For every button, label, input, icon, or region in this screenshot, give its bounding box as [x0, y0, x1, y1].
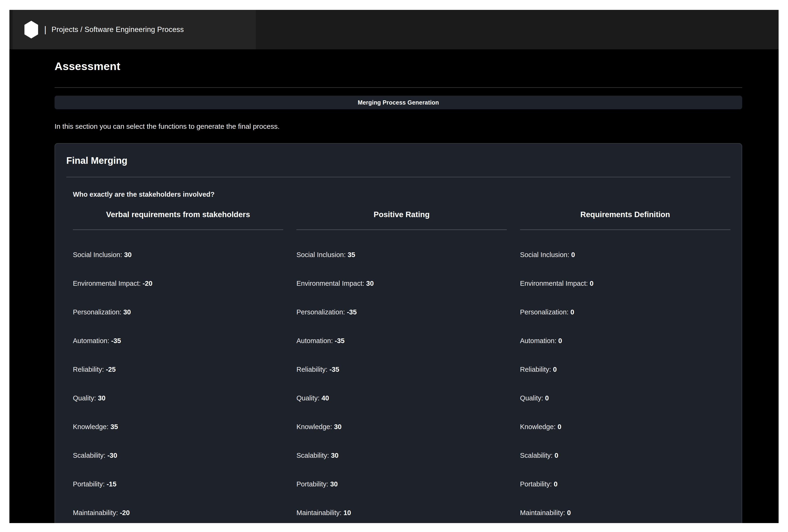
metric-value: 0: [571, 251, 575, 259]
columns: Verbal requirements from stakeholders So…: [73, 210, 730, 517]
metric-column: Positive Rating Social Inclusion: 35Envi…: [296, 210, 507, 517]
column-divider: [296, 229, 507, 230]
metric-value: -30: [107, 452, 117, 459]
metric-value: 35: [348, 251, 355, 259]
metric-label: Environmental Impact:: [520, 280, 590, 287]
metric-value: -35: [329, 366, 339, 373]
metric-row: Personalization: 30: [73, 308, 283, 316]
metric-row: Maintainability: 0: [520, 509, 730, 517]
metric-label: Scalability:: [520, 452, 555, 459]
metric-row: Maintainability: -20: [73, 509, 283, 517]
metric-row: Portability: 30: [296, 480, 507, 488]
metric-value: 0: [554, 480, 557, 488]
metric-value: -20: [143, 280, 153, 287]
metric-value: -35: [347, 308, 357, 316]
metric-row: Portability: 0: [520, 480, 730, 488]
card-inner: Who exactly are the stakeholders involve…: [66, 190, 730, 517]
section-description: In this section you can select the funct…: [55, 122, 742, 130]
metric-label: Environmental Impact:: [73, 280, 143, 287]
hexagon-logo-icon[interactable]: [24, 21, 38, 39]
metric-label: Social Inclusion:: [73, 251, 124, 259]
stakeholder-question: Who exactly are the stakeholders involve…: [73, 190, 730, 198]
metric-row: Social Inclusion: 0: [520, 251, 730, 259]
metric-value: 0: [570, 308, 574, 316]
metric-row: Automation: 0: [520, 337, 730, 345]
metric-row: Scalability: 30: [296, 451, 507, 459]
breadcrumb-separator: |: [44, 25, 46, 35]
breadcrumb[interactable]: Projects / Software Engineering Process: [52, 25, 184, 34]
metric-label: Personalization:: [520, 308, 570, 316]
metric-value: 0: [553, 366, 557, 373]
metric-label: Quality:: [296, 394, 321, 402]
metric-label: Reliability:: [73, 366, 106, 373]
column-rows: Social Inclusion: 35Environmental Impact…: [296, 251, 507, 517]
metric-row: Social Inclusion: 35: [296, 251, 507, 259]
metric-label: Quality:: [520, 394, 545, 402]
metric-label: Knowledge:: [296, 423, 334, 430]
metric-value: 40: [321, 394, 329, 402]
metric-value: 30: [123, 308, 131, 316]
metric-value: 30: [330, 480, 338, 488]
metric-value: 10: [343, 509, 351, 516]
metric-label: Social Inclusion:: [296, 251, 348, 259]
metric-row: Environmental Impact: -20: [73, 280, 283, 287]
column-rows: Social Inclusion: 30Environmental Impact…: [73, 251, 283, 517]
metric-row: Personalization: 0: [520, 308, 730, 316]
metric-value: 30: [124, 251, 132, 259]
metric-value: 35: [111, 423, 118, 430]
metric-label: Automation:: [73, 337, 111, 345]
metric-row: Reliability: 0: [520, 365, 730, 373]
metric-row: Scalability: -30: [73, 451, 283, 459]
metric-value: 30: [98, 394, 105, 402]
metric-value: 0: [558, 337, 562, 345]
metric-label: Automation:: [520, 337, 558, 345]
metric-label: Maintainability:: [296, 509, 343, 516]
metric-label: Quality:: [73, 394, 98, 402]
metric-value: -25: [106, 366, 116, 373]
final-merging-card: Final Merging Who exactly are the stakeh…: [55, 143, 742, 523]
column-header: Positive Rating: [296, 210, 507, 219]
metric-label: Social Inclusion:: [520, 251, 571, 259]
metric-value: 0: [545, 394, 549, 402]
metric-label: Portability:: [520, 480, 554, 488]
metric-row: Knowledge: 0: [520, 423, 730, 431]
metric-column: Verbal requirements from stakeholders So…: [73, 210, 283, 517]
metric-row: Reliability: -25: [73, 365, 283, 373]
metric-label: Maintainability:: [520, 509, 567, 516]
metric-row: Environmental Impact: 30: [296, 280, 507, 287]
metric-row: Quality: 30: [73, 394, 283, 402]
metric-label: Personalization:: [73, 308, 123, 316]
title-divider: [55, 87, 742, 88]
metric-value: 30: [331, 452, 338, 459]
main-content: Assessment Merging Process Generation In…: [55, 49, 742, 523]
metric-row: Automation: -35: [73, 337, 283, 345]
metric-label: Maintainability:: [73, 509, 120, 516]
metric-value: -35: [111, 337, 121, 345]
metric-label: Reliability:: [520, 366, 553, 373]
metric-row: Portability: -15: [73, 480, 283, 488]
metric-value: 0: [567, 509, 571, 516]
metric-label: Scalability:: [296, 452, 331, 459]
metric-label: Reliability:: [296, 366, 329, 373]
column-divider: [73, 229, 283, 230]
metric-row: Environmental Impact: 0: [520, 280, 730, 287]
metric-row: Automation: -35: [296, 337, 507, 345]
metric-value: -15: [106, 480, 116, 488]
app-window: | Projects / Software Engineering Proces…: [9, 10, 779, 523]
metric-row: Scalability: 0: [520, 451, 730, 459]
metric-label: Scalability:: [73, 452, 107, 459]
metric-label: Portability:: [73, 480, 106, 488]
metric-value: 30: [334, 423, 341, 430]
column-header: Requirements Definition: [520, 210, 730, 219]
section-banner: Merging Process Generation: [55, 96, 742, 109]
metric-label: Environmental Impact:: [296, 280, 366, 287]
metric-row: Knowledge: 35: [73, 423, 283, 431]
brand-breadcrumb-panel: | Projects / Software Engineering Proces…: [13, 10, 256, 49]
metric-label: Portability:: [296, 480, 330, 488]
metric-row: Knowledge: 30: [296, 423, 507, 431]
metric-value: 0: [555, 452, 558, 459]
column-rows: Social Inclusion: 0Environmental Impact:…: [520, 251, 730, 517]
column-header: Verbal requirements from stakeholders: [73, 210, 283, 219]
page-title: Assessment: [55, 49, 742, 73]
metric-label: Personalization:: [296, 308, 347, 316]
